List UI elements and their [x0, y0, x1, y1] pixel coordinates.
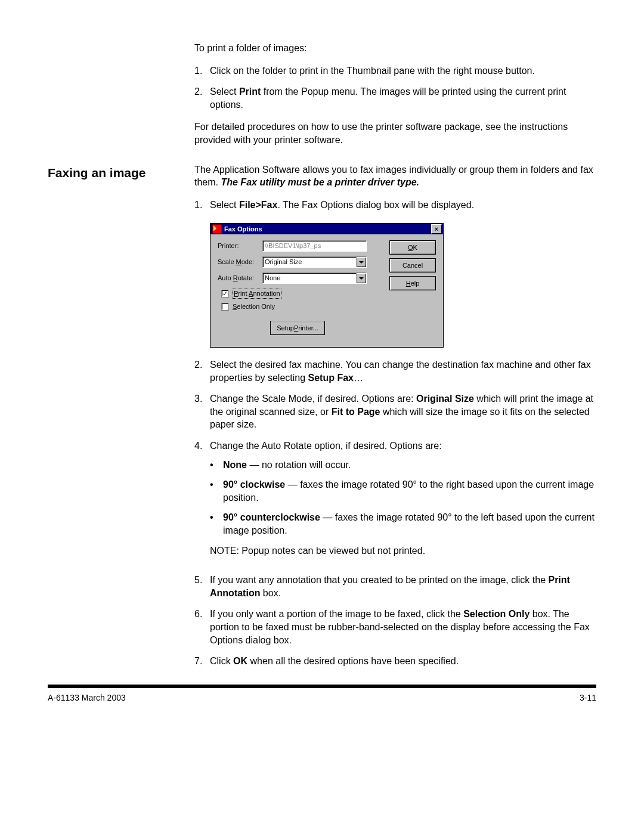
fax-step-7: Click OK when all the desired options ha…	[210, 655, 596, 668]
print-intro: To print a folder of images:	[194, 42, 596, 55]
print-step-1: Click on the folder to print in the Thum…	[210, 64, 596, 78]
cancel-button[interactable]: Cancel	[389, 258, 436, 272]
help-button[interactable]: Help	[389, 276, 436, 290]
dialog-title: Fax Options	[224, 225, 262, 234]
checkbox-icon	[221, 290, 229, 298]
print-detail: For detailed procedures on how to use th…	[194, 120, 596, 146]
print-steps: 1. Click on the folder to print in the T…	[194, 64, 596, 112]
page-footer: A-61133 March 2003 3-11	[48, 693, 596, 702]
fax-step-4: Change the Auto Rotate option, if desire…	[210, 439, 596, 565]
body-column: To print a folder of images: 1. Click on…	[194, 42, 596, 156]
footer-page-number: 3-11	[580, 693, 596, 702]
dialog-titlebar[interactable]: Fax Options ×	[210, 224, 443, 234]
print-annotation-checkbox[interactable]: Print Annotation	[221, 289, 381, 299]
fax-steps: 1. Select File>Fax. The Fax Options dial…	[194, 199, 596, 668]
printer-label: Printer:	[218, 241, 262, 250]
fax-step-3: Change the Scale Mode, if desired. Optio…	[210, 392, 596, 431]
ok-button[interactable]: OK	[389, 240, 436, 255]
auto-rotate-label: Auto Rotate:	[218, 274, 262, 283]
fax-step-2: Select the desired fax machine. You can …	[210, 358, 596, 384]
footer-doc-id: A-61133 March 2003	[48, 693, 126, 702]
printer-field[interactable]: \\BISDEV1\lp37_ps	[262, 240, 367, 252]
setup-printer-button[interactable]: Setup Printer...	[270, 321, 325, 335]
fax-options-dialog: Fax Options × Printer: \\BISDEV1\lp37_ps	[210, 223, 444, 348]
left-column	[48, 42, 178, 156]
checkbox-icon	[221, 303, 229, 311]
document-page: To print a folder of images: 1. Click on…	[0, 0, 644, 833]
fax-step-6: If you only want a portion of the image …	[210, 608, 596, 646]
scale-mode-combo[interactable]: Original Size	[262, 256, 367, 268]
chevron-down-icon[interactable]	[356, 257, 366, 267]
app-icon	[212, 224, 222, 234]
scale-mode-label: Scale Mode:	[218, 258, 262, 267]
note: NOTE: Popup notes can be viewed but not …	[210, 544, 596, 558]
selection-only-checkbox[interactable]: Selection Only	[221, 302, 381, 311]
footer-rule	[48, 685, 596, 688]
fax-intro: The Application Software allows you to f…	[194, 163, 596, 189]
fax-step-5: If you want any annotation that you crea…	[210, 574, 596, 599]
chevron-down-icon[interactable]	[356, 273, 366, 283]
section-heading: Faxing an image	[48, 163, 178, 180]
auto-rotate-combo[interactable]: None	[262, 272, 367, 284]
print-step-2: Select Print from the Popup menu. The im…	[210, 85, 596, 111]
fax-step-1: Select File>Fax. The Fax Options dialog …	[210, 199, 596, 212]
close-icon[interactable]: ×	[431, 224, 442, 234]
